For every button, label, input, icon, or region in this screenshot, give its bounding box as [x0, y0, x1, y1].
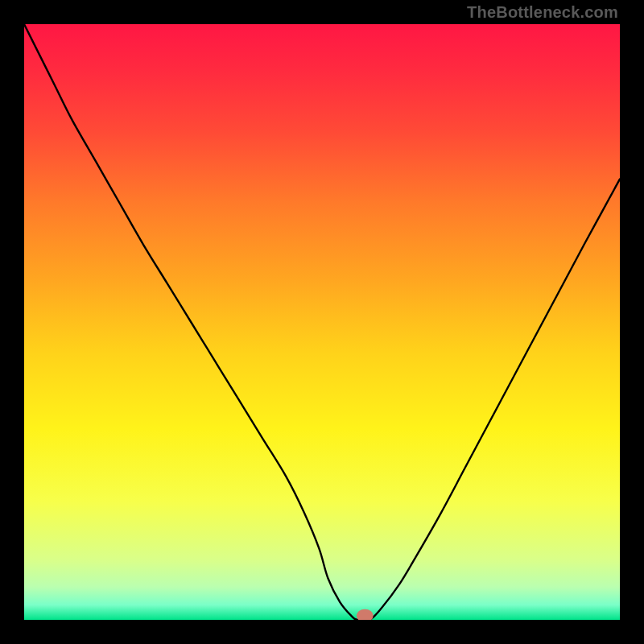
watermark-text: TheBottleneck.com — [467, 3, 618, 22]
gradient-background — [24, 24, 620, 620]
chart-svg — [24, 24, 620, 620]
plot-area — [24, 24, 620, 620]
chart-frame: TheBottleneck.com — [0, 0, 644, 644]
